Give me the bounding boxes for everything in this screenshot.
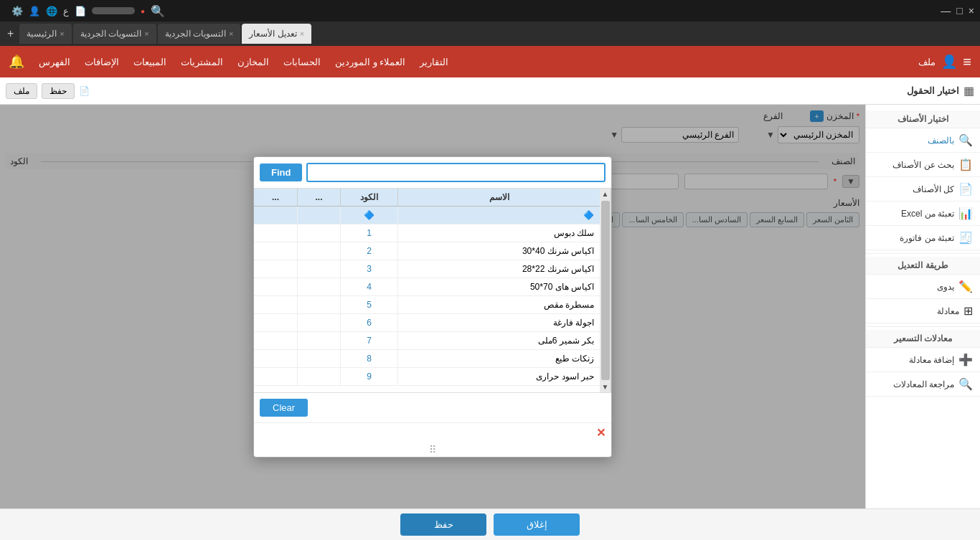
tab-inventory2-close[interactable]: × <box>229 29 233 38</box>
modal-td-code-2: 2 <box>340 242 397 260</box>
toolbar-save-button[interactable]: حفظ <box>42 83 75 99</box>
sidebar-item-all-products[interactable]: 📄 كل الأصناف <box>866 177 980 202</box>
toolbar-grid-icon[interactable]: ▦ <box>963 84 974 98</box>
modal-table: الاسم الكود ... ... 🔷 🔷 <box>254 189 600 392</box>
system-bar-icons: × □ — <box>941 5 974 16</box>
sidebar-item-by-product[interactable]: 🔍 بالصنف <box>866 128 980 153</box>
sidebar-item-add-equation[interactable]: ➕ إضافة معادلة <box>866 348 980 372</box>
translate-icon[interactable]: 🌐 <box>46 6 57 16</box>
modal-find-button[interactable]: Find <box>260 164 302 181</box>
modal-td-code-0: 🔷 <box>340 207 397 224</box>
modal-search-bar: Find <box>254 157 611 189</box>
nav-item-warehouses[interactable]: المخازن <box>237 57 269 67</box>
tab-inventory1[interactable]: التسويات الجردية × <box>73 24 156 44</box>
table-row[interactable]: اكياس شرنك 40*30 2 <box>254 242 600 260</box>
sidebar-item-fill-invoice[interactable]: 🧾 تعبئة من فاتورة <box>866 226 980 250</box>
toolbar: ▦ اختيار الحقول 📄 حفظ ملف <box>0 77 980 105</box>
modal-close-button[interactable]: ✕ <box>596 426 606 440</box>
tab-prices-close[interactable]: × <box>300 29 304 38</box>
scroll-thumb[interactable] <box>601 201 610 380</box>
toolbar-left: 📄 حفظ ملف <box>6 83 90 99</box>
maximize-icon[interactable]: □ <box>956 5 962 16</box>
close-icon[interactable]: × <box>969 5 974 16</box>
nav-left: التقارير العملاء و الموردين الحسابات الم… <box>9 54 448 70</box>
table-row[interactable]: بكر شمير 6ملى 7 <box>254 332 600 350</box>
modal-td-name-3: اكياس شرنك 22*28 <box>397 260 600 278</box>
modal-td-name-4: اكياس هاى 70*50 <box>397 278 600 295</box>
tab-inventory2[interactable]: التسويات الجردية × <box>158 24 241 44</box>
close-main-button[interactable]: إغلاق <box>494 513 580 536</box>
sidebar-section-equations: معادلات التسعير <box>866 330 980 348</box>
sidebar-manual-label: يدوى <box>937 282 954 292</box>
sidebar-divider1 <box>866 253 980 254</box>
modal-td-name-9: حبر اسود حرارى <box>397 368 600 385</box>
scroll-down-icon[interactable]: ▼ <box>602 383 609 391</box>
tab-home-label: الرئيسية <box>27 29 57 39</box>
modal-search-input[interactable] <box>306 163 606 182</box>
sidebar-item-manual[interactable]: ✏️ يدوى <box>866 275 980 299</box>
search-sys-icon[interactable]: 🔍 <box>151 4 165 18</box>
sidebar-review-eq-icon: 🔍 <box>958 377 973 391</box>
table-row[interactable]: زنكات طيع 8 <box>254 350 600 368</box>
table-row[interactable]: مسطرة مقص 5 <box>254 296 600 314</box>
nav-item-index[interactable]: الفهرس <box>39 57 70 67</box>
modal-td-code-1: 1 <box>340 224 397 242</box>
tab-inventory1-close[interactable]: × <box>144 29 149 38</box>
nav-item-file[interactable]: ملف <box>918 57 936 67</box>
sidebar-item-fill-excel[interactable]: 📊 تعبئة من Excel <box>866 202 980 226</box>
table-row[interactable]: اكياس شرنك 22*28 3 <box>254 260 600 278</box>
tab-prices-label: تعديل الأسعار <box>249 29 296 39</box>
sidebar-item-review-equations[interactable]: 🔍 مراجعة المعادلات <box>866 372 980 397</box>
nav-item-suppliers[interactable]: العملاء و الموردين <box>335 57 405 67</box>
system-bar: × □ — 🔍 ● 📄 ع 🌐 👤 ⚙️ <box>0 0 980 22</box>
nav-item-additions[interactable]: الإضافات <box>85 57 119 67</box>
sidebar-add-eq-label: إضافة معادلة <box>909 355 954 365</box>
table-row[interactable]: حبر اسود حرارى 9 <box>254 368 600 386</box>
modal-td-extra2-0 <box>254 207 297 224</box>
modal-td-name-5: مسطرة مقص <box>397 296 600 313</box>
modal-clear-button[interactable]: Clear <box>260 399 308 417</box>
save-main-button[interactable]: حفظ <box>400 513 486 536</box>
sidebar-item-search-products[interactable]: 📋 بحث عن الأصناف <box>866 153 980 177</box>
nav-menu-icon[interactable]: ≡ <box>963 54 971 70</box>
tab-home-close[interactable]: × <box>60 29 64 38</box>
sidebar-item-equation[interactable]: ⊞ معادلة <box>866 299 980 323</box>
table-row[interactable]: 🔷 🔷 <box>254 207 600 224</box>
lang-icon[interactable]: ع <box>63 6 69 16</box>
bell-icon[interactable]: 🔔 <box>9 54 24 70</box>
nav-item-reports[interactable]: التقارير <box>420 57 448 67</box>
toolbar-file-icon[interactable]: 📄 <box>79 86 90 96</box>
sidebar-section-products: اختيار الأصناف <box>866 110 980 128</box>
user-sys-icon[interactable]: 👤 <box>29 6 40 16</box>
tab-prices[interactable]: تعديل الأسعار × <box>242 24 311 44</box>
settings-sys-icon[interactable]: ⚙️ <box>11 6 23 16</box>
nav-item-sales[interactable]: المبيعات <box>133 57 166 67</box>
sidebar-all-icon: 📄 <box>958 182 973 196</box>
content-area: * المخزن + الفرع المخزن الرئيسي ▼ ▼ <box>0 105 865 508</box>
table-row[interactable]: اكياس هاى 70*50 4 <box>254 278 600 296</box>
modal-resize-handle[interactable]: ⠿ <box>254 442 611 457</box>
tab-home[interactable]: الرئيسية × <box>19 24 71 44</box>
sidebar-invoice-label: تعبئة من فاتورة <box>900 233 954 243</box>
sidebar-search-icon: 📋 <box>958 158 973 171</box>
minimize-icon[interactable]: — <box>941 5 951 16</box>
bottom-actions: حفظ إغلاق <box>0 508 980 540</box>
tab-add-button[interactable]: + <box>3 27 18 40</box>
sidebar-excel-icon: 📊 <box>958 207 973 220</box>
nav-item-purchases[interactable]: المشتريات <box>181 57 223 67</box>
nav-profile-icon[interactable]: 👤 <box>941 54 957 70</box>
dot-icon: ● <box>141 7 145 15</box>
modal-td-name-1: سلك دبوس <box>397 224 600 242</box>
modal-td-name-8: زنكات طيع <box>397 350 600 367</box>
table-row[interactable]: سلك دبوس 1 <box>254 224 600 242</box>
toolbar-file-button[interactable]: ملف <box>6 83 37 99</box>
modal-th-extra1: ... <box>297 189 340 206</box>
nav-item-accounts[interactable]: الحسابات <box>283 57 321 67</box>
scroll-up-icon[interactable]: ▲ <box>602 190 609 198</box>
modal-td-code-6: 6 <box>340 314 397 331</box>
modal-td-e1-1 <box>297 224 340 242</box>
sidebar-product-label: بالصنف <box>928 136 954 146</box>
progress-bar <box>92 7 135 14</box>
doc-icon[interactable]: 📄 <box>75 6 86 16</box>
table-row[interactable]: اجولة فارغة 6 <box>254 314 600 332</box>
